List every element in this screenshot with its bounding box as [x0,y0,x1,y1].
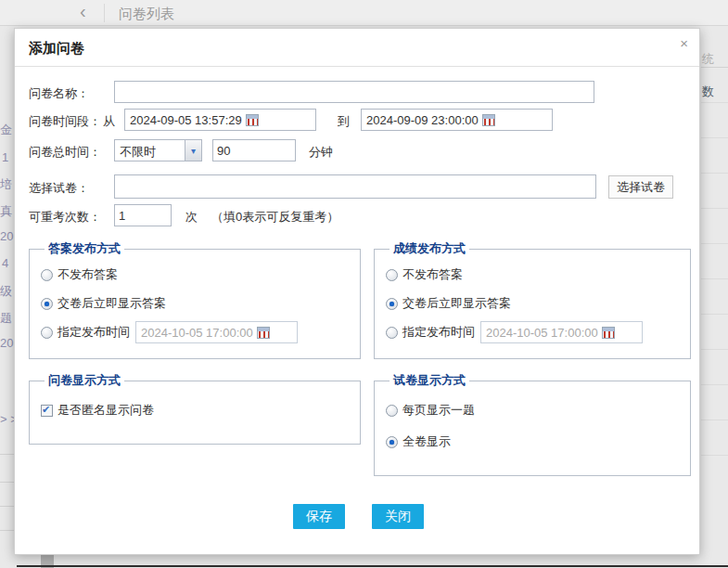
duration-select-value: 不限时 [115,140,185,161]
bg-text-fragment: 统 [702,51,714,68]
minutes-input[interactable] [212,139,296,161]
retake-input[interactable] [114,204,172,226]
minutes-unit: 分钟 [309,144,333,161]
answer-publish-group: 答案发布方式 不发布答案 交卷后立即显示答案 指定发布时间 2024-10-05… [29,240,361,359]
bg-text-fragment: 20 [0,336,13,350]
paper-input[interactable] [114,174,596,199]
option-label: 全卷显示 [402,433,451,450]
option-label: 每页显示一题 [402,402,475,419]
score-option-none[interactable]: 不发布答案 [386,265,679,285]
answer-publish-date-input[interactable]: 2024-10-05 17:00:00 [135,321,298,343]
bg-row-divider [701,102,728,103]
option-label: 指定发布时间 [402,324,475,341]
paper-option-one-per-page[interactable]: 每页显示一题 [386,400,679,420]
bg-row-divider [701,349,728,350]
period-label: 问卷时间段： [29,113,101,130]
radio[interactable] [41,269,53,281]
answer-publish-legend: 答案发布方式 [45,240,124,257]
bg-row-divider [701,420,728,420]
paper-option-full[interactable]: 全卷显示 [386,432,679,452]
bg-text-fragment: 题 [0,310,12,327]
option-label: 不发布答案 [402,266,463,283]
questionnaire-display-legend: 问卷显示方式 [45,372,124,389]
bg-row-divider [701,384,728,385]
bg-text-fragment: 数 [702,84,714,100]
bg-row-divider [701,173,728,174]
bg-row-divider [0,530,14,531]
calendar-icon[interactable] [246,114,259,126]
retake-unit: 次 [185,209,198,226]
name-input[interactable] [114,81,594,103]
close-icon[interactable]: × [680,36,688,50]
calendar-icon[interactable] [257,327,270,339]
header-divider [15,66,699,67]
checkbox[interactable] [41,405,53,417]
calendar-icon[interactable] [602,327,615,339]
duration-label: 问卷总时间： [29,144,101,161]
page-topbar: ‹ 问卷列表 [0,0,728,26]
save-button[interactable]: 保存 [293,504,345,529]
dialog-title: 添加问卷 [29,40,84,58]
radio[interactable] [386,327,398,339]
chevron-down-icon[interactable]: ▾ [185,140,201,161]
bg-row-divider [701,455,728,456]
answer-option-none[interactable]: 不发布答案 [41,265,349,285]
bg-text-fragment: 级 [0,283,12,300]
bg-text-fragment: 真 [0,203,12,220]
radio[interactable] [41,327,53,339]
score-option-scheduled[interactable]: 指定发布时间 2024-10-05 17:00:00 [386,322,679,342]
choose-paper-button[interactable]: 选择试卷 [608,175,673,199]
score-publish-date-input[interactable]: 2024-10-05 17:00:00 [480,321,643,343]
bg-text-fragment: 1 [2,150,8,164]
option-label: 不发布答案 [57,266,118,283]
answer-publish-date-value: 2024-10-05 17:00:00 [141,326,253,340]
screen: ‹ 问卷列表 金 1 培 真 20 4 级 题 20 > > 统 数 添加问卷 … [0,0,728,568]
bg-text-fragment: 4 [2,256,8,270]
bg-row-divider [701,314,728,315]
bg-row-divider [701,208,728,209]
to-date-input[interactable]: 2024-09-09 23:00:00 [361,109,553,131]
duration-select[interactable]: 不限时 ▾ [114,139,202,161]
to-label: 到 [338,113,350,130]
retake-hint: （填0表示可反复重考） [211,209,338,226]
bg-text-fragment: 金 [0,122,12,138]
bg-row-divider [0,482,14,483]
paper-display-group: 试卷显示方式 每页显示一题 全卷显示 [374,372,691,476]
bg-row-divider [0,454,14,455]
close-button[interactable]: 关闭 [372,504,424,529]
radio[interactable] [386,436,398,448]
bg-row-divider [701,67,728,68]
answer-option-scheduled[interactable]: 指定发布时间 2024-10-05 17:00:00 [41,322,349,342]
bg-row-divider [701,243,728,244]
answer-option-immediate[interactable]: 交卷后立即显示答案 [41,293,349,314]
bg-text-fragment: 20 [0,229,13,243]
from-label: 从 [103,113,115,130]
score-publish-group: 成绩发布方式 不发布答案 交卷后立即显示答案 指定发布时间 2024-10-05… [374,240,691,359]
topbar-divider [104,4,105,22]
radio[interactable] [386,269,398,281]
to-date-value: 2024-09-09 23:00:00 [366,113,479,127]
score-option-immediate[interactable]: 交卷后立即显示答案 [386,293,679,314]
radio[interactable] [386,298,398,310]
option-label: 指定发布时间 [57,324,130,341]
bg-row-divider [701,137,728,138]
paper-display-legend: 试卷显示方式 [390,372,469,389]
score-publish-date-value: 2024-10-05 17:00:00 [486,326,598,340]
add-questionnaire-dialog: 添加问卷 × 问卷名称： 问卷时间段： 从 2024-09-05 13:57:2… [14,28,700,555]
from-date-input[interactable]: 2024-09-05 13:57:29 [124,109,316,131]
anonymous-option[interactable]: 是否匿名显示问卷 [41,400,349,420]
page-title: 问卷列表 [119,6,174,23]
radio[interactable] [386,405,398,417]
calendar-icon[interactable] [482,114,495,126]
option-label: 交卷后立即显示答案 [402,295,511,312]
option-label: 交卷后立即显示答案 [57,295,166,312]
bg-bottom-border [17,565,728,567]
bg-text-fragment: 培 [0,176,12,193]
bg-row-divider [0,506,14,507]
paper-label: 选择试卷： [29,180,89,197]
score-publish-legend: 成绩发布方式 [390,240,469,257]
back-icon[interactable]: ‹ [80,1,86,22]
retake-label: 可重考次数： [29,209,101,226]
questionnaire-display-group: 问卷显示方式 是否匿名显示问卷 [29,372,361,445]
radio[interactable] [41,298,53,310]
